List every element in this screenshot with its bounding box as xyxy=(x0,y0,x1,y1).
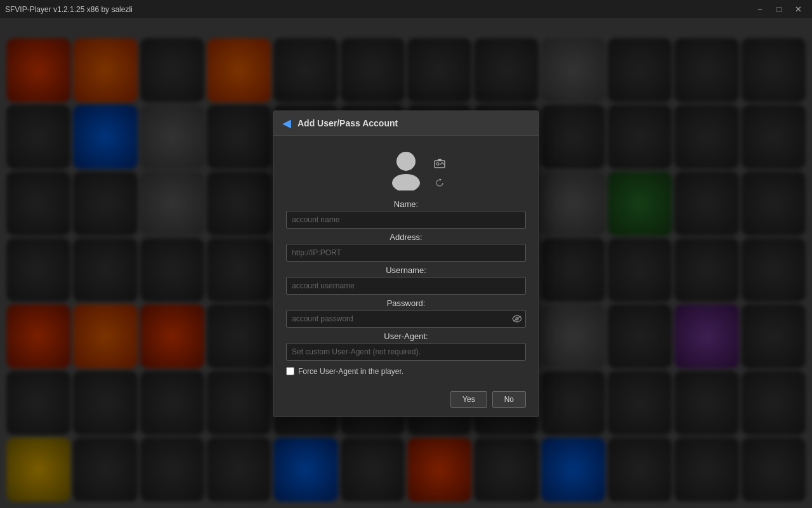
username-field-group: Username: xyxy=(286,265,526,295)
password-label: Password: xyxy=(286,298,526,308)
dialog-overlay: ◀ Add User/Pass Account xyxy=(0,19,812,508)
force-useragent-label[interactable]: Force User-Agent in the player. xyxy=(298,367,403,376)
name-input[interactable] xyxy=(286,211,526,229)
address-field-group: Address: xyxy=(286,232,526,262)
toggle-password-button[interactable] xyxy=(512,315,522,323)
app-title: SFVIP-Player v1.2.1.25 x86 by salezli xyxy=(5,5,133,14)
name-field-group: Name: xyxy=(286,199,526,229)
force-useragent-checkbox[interactable] xyxy=(286,367,294,375)
svg-point-3 xyxy=(436,163,439,165)
titlebar: SFVIP-Player v1.2.1.25 x86 by salezli − … xyxy=(0,0,812,19)
dialog-title: Add User/Pass Account xyxy=(298,118,398,128)
back-button[interactable]: ◀ xyxy=(282,117,291,129)
svg-rect-4 xyxy=(438,159,442,161)
svg-rect-2 xyxy=(435,161,445,168)
svg-point-0 xyxy=(396,152,416,171)
password-input-wrap xyxy=(286,310,526,328)
name-label: Name: xyxy=(286,199,526,209)
refresh-avatar-button[interactable] xyxy=(432,175,447,190)
useragent-input[interactable] xyxy=(286,343,526,361)
add-account-dialog: ◀ Add User/Pass Account xyxy=(273,110,539,417)
address-input[interactable] xyxy=(286,244,526,262)
svg-point-1 xyxy=(392,174,420,190)
avatar xyxy=(384,146,428,190)
upload-image-button[interactable] xyxy=(432,156,447,171)
minimize-button[interactable]: − xyxy=(751,3,769,16)
no-button[interactable]: No xyxy=(492,391,526,408)
address-label: Address: xyxy=(286,232,526,242)
dialog-footer: Yes No xyxy=(273,385,539,417)
password-field-group: Password: xyxy=(286,298,526,328)
password-input[interactable] xyxy=(286,310,526,328)
useragent-label: User-Agent: xyxy=(286,331,526,341)
yes-button[interactable]: Yes xyxy=(450,391,487,408)
username-input[interactable] xyxy=(286,277,526,295)
avatar-controls xyxy=(432,156,447,190)
useragent-field-group: User-Agent: xyxy=(286,331,526,361)
dialog-body: Name: Address: Username: Password: xyxy=(273,136,539,385)
close-button[interactable]: ✕ xyxy=(789,3,807,16)
maximize-button[interactable]: □ xyxy=(770,3,788,16)
dialog-header: ◀ Add User/Pass Account xyxy=(273,111,539,136)
force-useragent-row: Force User-Agent in the player. xyxy=(286,367,526,376)
username-label: Username: xyxy=(286,265,526,275)
window-controls: − □ ✕ xyxy=(751,3,807,16)
avatar-area xyxy=(384,146,428,190)
